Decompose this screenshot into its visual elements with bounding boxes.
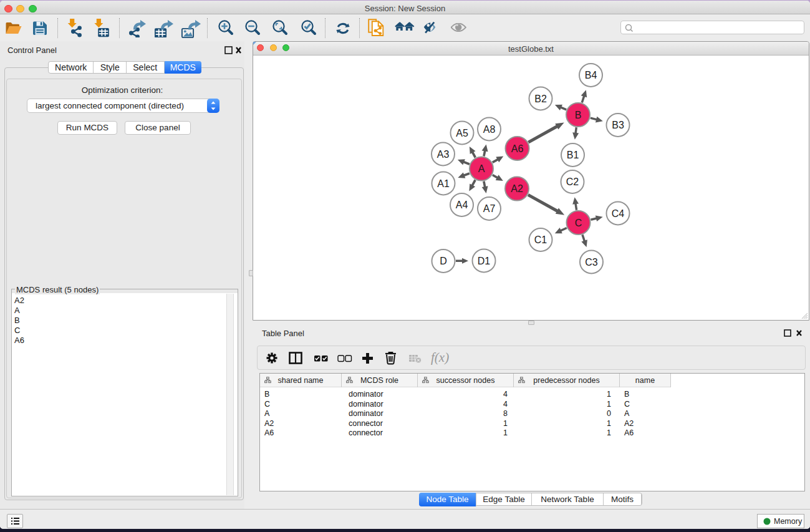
svg-text:A8: A8 (483, 124, 496, 135)
svg-text:A3: A3 (437, 149, 450, 160)
svg-text:D1: D1 (478, 256, 491, 266)
svg-text:A4: A4 (456, 200, 468, 210)
svg-text:A5: A5 (456, 128, 468, 138)
svg-text:D: D (440, 256, 447, 266)
svg-text:A1: A1 (437, 178, 450, 189)
svg-text:C1: C1 (534, 235, 547, 245)
svg-text:A6: A6 (511, 143, 524, 154)
svg-text:B: B (575, 110, 582, 120)
svg-text:A2: A2 (511, 183, 523, 194)
svg-text:A7: A7 (483, 203, 496, 214)
svg-text:B3: B3 (612, 120, 624, 130)
svg-text:B2: B2 (534, 94, 547, 104)
svg-text:C4: C4 (612, 208, 625, 219)
svg-text:B4: B4 (585, 70, 597, 80)
svg-text:C: C (575, 218, 582, 228)
svg-text:C2: C2 (566, 177, 579, 187)
svg-text:A: A (478, 163, 485, 174)
svg-text:C3: C3 (585, 257, 598, 268)
svg-text:B1: B1 (567, 150, 579, 160)
